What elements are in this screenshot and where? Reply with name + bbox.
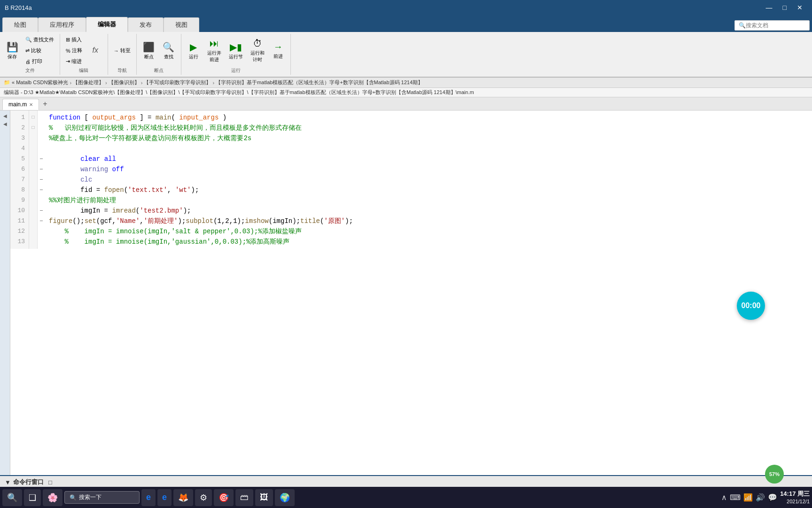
run-section-icon: ▶▮ (230, 41, 242, 53)
taskbar-gear-btn[interactable]: ⚙ (195, 489, 212, 506)
timer-value: 00:00 (742, 302, 761, 310)
line-num-13: 13 (14, 237, 25, 247)
dash-10: — (38, 206, 45, 216)
taskbar-folder-btn[interactable]: 🗃 (235, 489, 253, 506)
fx-btn[interactable]: fx (86, 44, 105, 58)
navigate-group-label: 导航 (117, 66, 127, 74)
breadcrumb-sep-2: › (141, 80, 143, 86)
fold-2[interactable]: □ (29, 123, 37, 133)
editor-scroll[interactable]: 1 2 3 4 5 6 7 8 9 10 11 12 13 □ □ (10, 111, 812, 475)
left-icon-0[interactable]: ◀ (2, 112, 8, 119)
clock-time: 14:17 周三 (780, 490, 810, 498)
tab-publish[interactable]: 发布 (128, 17, 164, 32)
tray-keyboard-icon[interactable]: ⌨ (730, 493, 741, 502)
breakpoint-btn[interactable]: ⬛ 断点 (140, 39, 158, 63)
tray-sound-icon[interactable]: 🔊 (756, 493, 765, 502)
filepath-bar: 编辑器 - D:\3 ★Matlab★\Matalb CSDN紫极神光\【图像处… (0, 88, 812, 97)
breakpoint-icon: ⬛ (143, 41, 155, 53)
breakpoint-group: ⬛ 断点 🔍 查找 断点 (137, 34, 181, 75)
dash-9 (38, 195, 45, 206)
line-numbers: 1 2 3 4 5 6 7 8 9 10 11 12 13 (10, 111, 29, 249)
taskbar-matlab-btn[interactable]: 🎯 (214, 489, 234, 506)
comment-btn[interactable]: % 注释 (63, 46, 85, 56)
breadcrumb-item-0[interactable]: « Matalb CSDN紫极神光 (12, 79, 68, 86)
findcode-btn[interactable]: 🔍 查找 (159, 39, 178, 63)
fold-4 (29, 143, 37, 154)
search-icon: 🔍 (739, 22, 746, 29)
minimize-btn[interactable]: — (761, 2, 777, 13)
breadcrumb-item-4[interactable]: 【字符识别】基于matlab模板匹配（区域生长法）字母+数字识别【含Matlab… (216, 79, 423, 86)
green-circle[interactable]: 57% (765, 465, 784, 484)
command-window-resize: □ (48, 479, 52, 486)
tab-bar: main.m ✕ + (0, 97, 812, 111)
tab-plot[interactable]: 绘图 (2, 17, 38, 32)
maximize-btn[interactable]: □ (778, 2, 791, 13)
taskbar-ie2-btn[interactable]: e (157, 489, 172, 506)
goto-label: 转至 (120, 47, 131, 54)
flower-icon: 🌸 (47, 492, 58, 503)
editor-area: ◀ ◀ 1 2 3 4 5 6 7 8 9 10 11 12 (0, 111, 812, 475)
tab-close-main[interactable]: ✕ (29, 102, 33, 107)
save-btn[interactable]: 💾 保存 (3, 39, 22, 63)
taskbar-ie-btn[interactable]: e (141, 489, 156, 506)
indent-btn[interactable]: ⇥ 缩进 (63, 56, 85, 66)
taskbar-photo-btn[interactable]: 🖼 (255, 489, 273, 506)
compare-btn[interactable]: ⇌ 比较 (23, 46, 57, 56)
tab-add-btn[interactable]: + (39, 98, 51, 110)
fold-10 (29, 206, 37, 216)
print-btn[interactable]: 🖨 打印 (23, 56, 57, 66)
run-advance-btn[interactable]: ⏭ 运行并前进 (204, 36, 225, 65)
taskbar-flower-btn[interactable]: 🌸 (43, 489, 62, 506)
tab-app[interactable]: 应用程序 (38, 17, 86, 32)
taskbar-search-icon: 🔍 (70, 494, 77, 501)
breadcrumb-item-1[interactable]: 【图像处理】 (73, 79, 104, 86)
breadcrumb-sep-0: › (70, 80, 71, 86)
tray-expand-icon[interactable]: ∧ (721, 493, 727, 502)
code-line-4 (49, 143, 808, 154)
clock[interactable]: 14:17 周三 2021/12/1 (780, 490, 810, 506)
taskbar-search[interactable]: 🔍 搜索一下 (64, 491, 140, 504)
edit-group: ⊞ 插入 % 注释 ⇥ 缩进 fx 编辑 (60, 34, 108, 75)
advance-btn[interactable]: → 前进 (269, 39, 288, 62)
close-btn[interactable]: ✕ (792, 2, 807, 13)
breadcrumb-item-2[interactable]: 【图像识别】 (109, 79, 140, 86)
left-icon-1[interactable]: ◀ (2, 120, 8, 127)
main-editor-wrap: 1 2 3 4 5 6 7 8 9 10 11 12 13 □ □ (10, 111, 812, 475)
filepath-text: 编辑器 - D:\3 ★Matlab★\Matalb CSDN紫极神光\【图像处… (4, 89, 474, 95)
comment-icon: % (66, 48, 70, 54)
line-num-10: 10 (14, 206, 25, 216)
taskbar-start-btn[interactable]: 🔍 (2, 489, 22, 506)
taskbar-multitask-btn[interactable]: ❑ (24, 489, 41, 506)
goto-btn[interactable]: → 转至 (111, 46, 133, 56)
find-file-icon: 🔍 (25, 37, 32, 43)
fold-1[interactable]: □ (29, 112, 37, 123)
indent-label: 缩进 (71, 58, 82, 65)
code-line-11: figure();set(gcf,'Name','前期处理');subplot(… (49, 216, 808, 226)
breadcrumb-item-3[interactable]: 【手写或印刷数字字母识别】 (144, 79, 211, 86)
tray-notification-icon[interactable]: 💬 (768, 493, 777, 502)
timer-overlay[interactable]: 00:00 (737, 292, 765, 320)
search-input[interactable] (746, 22, 802, 29)
run-time-btn[interactable]: ⏱ 运行和计时 (247, 36, 268, 65)
ie-icon: e (146, 492, 151, 502)
ribbon-search-box[interactable]: 🔍 (734, 20, 810, 31)
taskbar-edge-btn[interactable]: 🌍 (275, 489, 295, 506)
editor-tab-main[interactable]: main.m ✕ (2, 99, 39, 110)
tab-editor[interactable]: 编辑器 (86, 17, 128, 32)
fold-11 (29, 216, 37, 226)
run-section-btn[interactable]: ▶▮ 运行节 (226, 39, 246, 63)
print-icon: 🖨 (25, 59, 31, 64)
multitask-icon: ❑ (29, 492, 36, 503)
dash-markers: — — — — — — (38, 111, 45, 249)
run-group: ▶ 运行 ⏭ 运行并前进 ▶▮ 运行节 ⏱ 运行和计时 → 前进 运行 (181, 34, 291, 75)
taskbar-firefox-btn[interactable]: 🦊 (173, 489, 193, 506)
dash-6: — (38, 164, 45, 175)
window-title: B R2014a (5, 4, 32, 11)
run-section-label: 运行节 (229, 54, 243, 60)
find-file-btn[interactable]: 🔍 查找文件 (23, 35, 57, 45)
tray-network-icon[interactable]: 📶 (743, 493, 753, 502)
code-content[interactable]: function [ output_args ] = main( input_a… (45, 111, 812, 249)
run-btn[interactable]: ▶ 运行 (184, 39, 203, 63)
tab-view[interactable]: 视图 (164, 17, 199, 32)
insert-btn[interactable]: ⊞ 插入 (63, 35, 85, 45)
